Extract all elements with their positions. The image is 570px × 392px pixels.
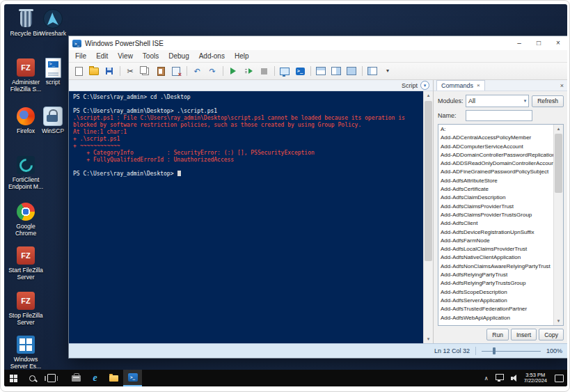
name-filter-input[interactable]	[466, 110, 532, 121]
command-list-item[interactable]: Add-AdfsWebApiApplication	[438, 314, 553, 322]
tab-commands[interactable]: Commands ×	[436, 80, 485, 91]
new-script-button[interactable]	[71, 64, 86, 78]
run-button[interactable]: Run	[486, 329, 509, 340]
commands-scrollbar[interactable]: ▴ ▾	[553, 125, 563, 325]
wireshark-icon	[43, 9, 63, 29]
menu-item[interactable]: Tools	[138, 52, 164, 61]
paste-button[interactable]	[153, 64, 168, 78]
file-explorer-button[interactable]	[104, 370, 123, 386]
scroll-down-icon[interactable]: ▾	[424, 335, 433, 343]
desktop-icon-script[interactable]: >_ script	[36, 57, 70, 86]
desktop-icon-chrome[interactable]: Google Chrome	[6, 201, 46, 237]
command-list-item[interactable]: Add-AdfsClaimsProviderTrustsGroup	[438, 211, 553, 219]
menu-item[interactable]: File	[70, 52, 91, 61]
internet-explorer-button[interactable]: e	[86, 370, 104, 386]
open-script-button[interactable]	[86, 64, 102, 78]
command-list-item[interactable]: Add-AdfsNativeClientApplication	[438, 253, 553, 262]
window-title: Windows PowerShell ISE	[85, 40, 509, 47]
tab-close-icon[interactable]: ×	[477, 82, 480, 89]
menu-item[interactable]: Edit	[91, 52, 113, 61]
zoom-slider-thumb[interactable]	[493, 347, 496, 354]
command-list-item[interactable]: Add-ADFineGrainedPasswordPolicySubject	[438, 168, 553, 176]
modules-dropdown[interactable]: All ▾	[466, 95, 529, 107]
title-bar[interactable]: >_ Windows PowerShell ISE – □ ×	[69, 36, 567, 50]
command-list-item[interactable]: Add-AdfsDeviceRegistrationUpnSuffix	[438, 228, 553, 237]
menu-item[interactable]: View	[113, 52, 138, 61]
command-list-item[interactable]: Add-AdfsServerApplication	[438, 297, 553, 305]
command-list-item[interactable]: Add-AdfsNonClaimsAwareRelyingPartyTrust	[438, 262, 553, 271]
powershell-ise-taskbar-button[interactable]: >_	[123, 370, 142, 386]
copy-button[interactable]	[138, 64, 153, 78]
desktop-icon-wireshark[interactable]: Wireshark	[36, 8, 70, 38]
new-remote-powershell-tab-button[interactable]	[277, 64, 292, 78]
scroll-down-icon[interactable]: ▾	[554, 317, 563, 325]
command-list-item[interactable]: Add-AdfsRelyingPartyTrust	[438, 271, 553, 279]
show-script-pane-top-button[interactable]	[313, 64, 328, 78]
maximize-button[interactable]: □	[529, 36, 548, 50]
command-list-item[interactable]: Add-ADCentralAccessPolicyMember	[438, 134, 553, 142]
console-scrollbar[interactable]: ▴ ▾	[423, 91, 433, 343]
run-script-button[interactable]	[225, 64, 241, 78]
clear-console-pane-button[interactable]	[168, 64, 184, 78]
network-tray-button[interactable]	[492, 370, 507, 386]
command-list-item[interactable]: Add-AdfsCertificate	[438, 185, 553, 194]
command-list-item[interactable]: Add-ADDomainControllerPasswordReplicatio…	[438, 151, 553, 159]
start-powershell-button[interactable]: >_	[292, 64, 308, 78]
task-view-button[interactable]	[42, 370, 61, 386]
desktop-icon-winscp[interactable]: WinSCP	[36, 106, 70, 135]
close-button[interactable]: ×	[548, 36, 567, 50]
file-explorer-icon	[109, 375, 118, 382]
redo-button[interactable]: ↷	[205, 64, 220, 78]
taskbar-clock[interactable]: 3:53 PM 7/22/2024	[520, 373, 551, 384]
volume-tray-button[interactable]	[507, 370, 520, 386]
commands-list: A:Add-ADCentralAccessPolicyMemberAdd-ADC…	[438, 125, 553, 325]
command-list-item[interactable]: A:	[438, 125, 553, 134]
zoom-slider[interactable]	[482, 347, 541, 355]
undo-button[interactable]: ↶	[189, 64, 205, 78]
minimize-button[interactable]: –	[509, 36, 529, 50]
search-button[interactable]	[23, 370, 42, 386]
desktop-icon-stop-filezilla[interactable]: FZ Stop FileZilla Server	[6, 290, 46, 326]
command-list-item[interactable]: Add-AdfsClaimsProviderTrust	[438, 203, 553, 211]
run-selection-button[interactable]	[241, 64, 256, 78]
close-addon-pane-button[interactable]: ×	[559, 82, 565, 89]
refresh-button[interactable]: Refresh	[532, 95, 564, 107]
command-list-item[interactable]: Add-ADDSReadOnlyDomainControllerAccount	[438, 159, 553, 168]
save-button[interactable]	[102, 64, 117, 78]
command-list-item[interactable]: Add-AdfsClaimDescription	[438, 194, 553, 202]
server-manager-button[interactable]	[67, 370, 86, 386]
desktop-icon-windows-server[interactable]: Windows Server Es...	[6, 334, 46, 370]
expand-script-pane-button[interactable]: ▾	[420, 81, 429, 90]
scroll-up-icon[interactable]: ▴	[554, 125, 563, 133]
desktop-icon-forticlient[interactable]: FortiClient Endpoint M...	[6, 155, 46, 190]
scroll-up-icon[interactable]: ▴	[424, 91, 433, 100]
action-center-button[interactable]	[551, 370, 567, 386]
menu-item[interactable]: Help	[230, 52, 254, 61]
chevron-up-icon: ∧	[484, 375, 489, 382]
scrollbar-thumb[interactable]	[555, 134, 562, 193]
console-pane[interactable]: PS C:\Users\ray_admin> cd .\Desktop PS C…	[69, 91, 433, 343]
menu-item[interactable]: Add-ons	[194, 52, 230, 61]
show-command-addon-button[interactable]	[365, 64, 380, 78]
command-list-item[interactable]: Add-AdfsAttributeStore	[438, 177, 553, 185]
show-hidden-icons-button[interactable]: ∧	[481, 370, 492, 386]
start-button[interactable]	[4, 370, 23, 386]
show-script-pane-maximized-button[interactable]	[344, 64, 359, 78]
command-list-item[interactable]: Add-AdfsScopeDescription	[438, 288, 553, 297]
stop-operation-button[interactable]	[256, 64, 271, 78]
insert-button[interactable]: Insert	[511, 329, 537, 340]
command-list-item[interactable]: Add-AdfsClient	[438, 219, 553, 228]
desktop-icon-start-filezilla[interactable]: FZ Start FileZilla Server	[6, 245, 46, 281]
show-script-pane-right-button[interactable]	[328, 64, 344, 78]
menu-item[interactable]: Debug	[164, 52, 193, 61]
cut-button[interactable]: ✂	[122, 64, 138, 78]
command-list-item[interactable]: Add-AdfsRelyingPartyTrustsGroup	[438, 279, 553, 288]
command-list-item[interactable]: Add-ADComputerServiceAccount	[438, 143, 553, 151]
addon-dropdown-button[interactable]: ▾	[380, 64, 395, 78]
command-list-item[interactable]: Add-AdfsLocalClaimsProviderTrust	[438, 245, 553, 253]
toolbar-separator	[308, 64, 313, 78]
command-list-item[interactable]: Add-AdfsFarmNode	[438, 237, 553, 245]
command-list-item[interactable]: Add-AdfsTrustedFederationPartner	[438, 305, 553, 313]
copy-button-footer[interactable]: Copy	[539, 329, 564, 340]
scrollbar-thumb[interactable]	[425, 101, 432, 261]
